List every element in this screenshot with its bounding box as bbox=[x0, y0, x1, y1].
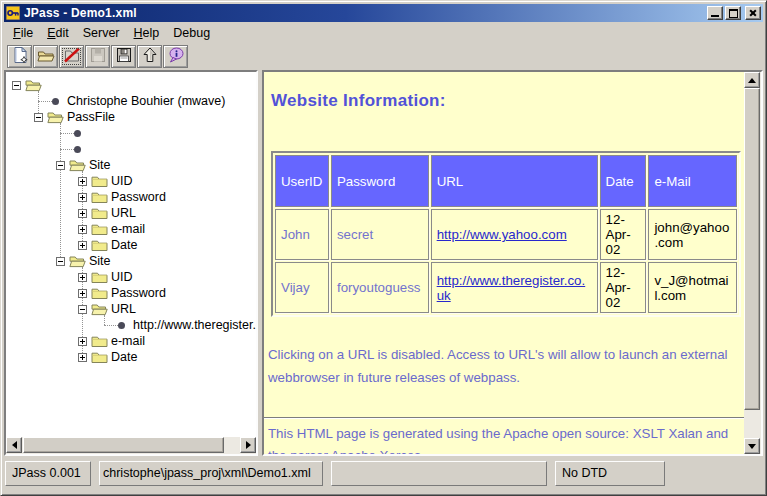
triangle-down-icon bbox=[748, 444, 756, 453]
triangle-up-icon bbox=[748, 74, 756, 83]
collapse-toggle[interactable] bbox=[12, 81, 21, 90]
tree-node-passfile[interactable]: PassFile bbox=[6, 109, 256, 125]
tree-node-label: e-mail bbox=[108, 222, 145, 236]
expand-toggle[interactable] bbox=[78, 353, 87, 362]
folder-open-icon bbox=[69, 158, 86, 172]
expand-toggle[interactable] bbox=[78, 177, 87, 186]
table-cell: foryoutoguess bbox=[331, 262, 429, 313]
bullet-icon bbox=[113, 318, 130, 332]
maximize-button[interactable] bbox=[725, 6, 741, 20]
help-button[interactable] bbox=[163, 45, 188, 68]
table-row: Johnsecrethttp://www.yahoo.com12-Apr-02j… bbox=[275, 209, 737, 260]
tree-node-e-mail[interactable]: e-mail bbox=[6, 221, 256, 237]
expand-toggle[interactable] bbox=[78, 209, 87, 218]
tree-node-label: Password bbox=[108, 190, 166, 204]
tree-node-uid[interactable]: UID bbox=[6, 173, 256, 189]
tree-node-date[interactable]: Date bbox=[6, 237, 256, 253]
divider bbox=[264, 417, 744, 419]
tree-node-0[interactable] bbox=[6, 77, 256, 93]
expand-toggle[interactable] bbox=[78, 225, 87, 234]
menu-help[interactable]: Help bbox=[127, 24, 167, 42]
tree-node-url[interactable]: URL bbox=[6, 301, 256, 317]
toolbar bbox=[4, 43, 763, 70]
minimize-button[interactable] bbox=[707, 6, 723, 20]
upload-button[interactable] bbox=[137, 45, 162, 68]
url-link[interactable]: http://www.theregister.co.uk bbox=[437, 273, 586, 303]
triangle-right-icon bbox=[246, 441, 255, 449]
tree-node-password[interactable]: Password bbox=[6, 285, 256, 301]
horizontal-scroll-thumb[interactable] bbox=[23, 437, 224, 453]
bullet-icon bbox=[47, 94, 64, 108]
status-message bbox=[331, 461, 547, 486]
html-view-content: Website Information: UserIDPasswordURLDa… bbox=[264, 72, 744, 454]
expand-toggle[interactable] bbox=[78, 337, 87, 346]
scroll-down-button[interactable] bbox=[744, 438, 760, 454]
tree-node-label: PassFile bbox=[64, 110, 115, 124]
app-window: JPass - Demo1.xml FileEditServerHelpDebu… bbox=[0, 0, 767, 496]
menu-debug[interactable]: Debug bbox=[166, 24, 217, 42]
folder-icon bbox=[91, 222, 108, 236]
html-view-panel: Website Information: UserIDPasswordURLDa… bbox=[262, 70, 763, 456]
open-file-button[interactable] bbox=[33, 45, 58, 68]
tree-node-label: URL bbox=[108, 302, 136, 316]
tree-node-site[interactable]: Site bbox=[6, 253, 256, 269]
tree-node-label: http://www.theregister.co.uk bbox=[130, 318, 256, 332]
folder-icon bbox=[91, 286, 108, 300]
expand-toggle[interactable] bbox=[78, 241, 87, 250]
table-row: Vijayforyoutoguesshttp://www.theregister… bbox=[275, 262, 737, 313]
save-as-button[interactable] bbox=[111, 45, 136, 68]
tree-node-3[interactable] bbox=[6, 125, 256, 141]
menu-server[interactable]: Server bbox=[76, 24, 127, 42]
tree-node-label: UID bbox=[108, 270, 133, 284]
tree-node-e-mail[interactable]: e-mail bbox=[6, 333, 256, 349]
titlebar[interactable]: JPass - Demo1.xml bbox=[4, 4, 763, 22]
tree-node-url[interactable]: URL bbox=[6, 205, 256, 221]
tree-node-label: Site bbox=[86, 254, 111, 268]
save-button[interactable] bbox=[85, 45, 110, 68]
tree-node-date[interactable]: Date bbox=[6, 349, 256, 365]
menubar: FileEditServerHelpDebug bbox=[4, 22, 763, 43]
tree-node-4[interactable] bbox=[6, 141, 256, 157]
tree-node-label: e-mail bbox=[108, 334, 145, 348]
tree-node-label: Christophe Bouhier (mwave) bbox=[64, 94, 225, 108]
xml-tree: Christophe Bouhier (mwave)PassFileSiteUI… bbox=[6, 72, 256, 437]
scroll-right-button[interactable] bbox=[240, 437, 256, 453]
close-file-button[interactable] bbox=[59, 45, 84, 68]
collapse-toggle[interactable] bbox=[34, 113, 43, 122]
tree-node-site[interactable]: Site bbox=[6, 157, 256, 173]
table-cell: Vijay bbox=[275, 262, 329, 313]
upload-arrow-icon bbox=[141, 46, 159, 67]
expand-toggle[interactable] bbox=[78, 273, 87, 282]
table-cell: http://www.theregister.co.uk bbox=[431, 262, 598, 313]
table-cell: john@yahoo.com bbox=[648, 209, 737, 260]
new-file-button[interactable] bbox=[7, 45, 32, 68]
collapse-toggle[interactable] bbox=[56, 257, 65, 266]
vertical-scroll-thumb[interactable] bbox=[744, 88, 760, 410]
status-file-path: christophe\jpass_proj\xml\Demo1.xml bbox=[99, 461, 323, 486]
url-link[interactable]: http://www.yahoo.com bbox=[437, 227, 567, 242]
expand-toggle[interactable] bbox=[78, 193, 87, 202]
collapse-toggle[interactable] bbox=[56, 161, 65, 170]
tree-node-password[interactable]: Password bbox=[6, 189, 256, 205]
tree-horizontal-scrollbar[interactable] bbox=[6, 437, 256, 454]
tree-node-http-www-theregister-co-uk[interactable]: http://www.theregister.co.uk bbox=[6, 317, 256, 333]
menu-edit[interactable]: Edit bbox=[40, 24, 76, 42]
folder-icon bbox=[91, 174, 108, 188]
folder-open-icon bbox=[69, 254, 86, 268]
scroll-left-button[interactable] bbox=[6, 437, 22, 453]
expand-toggle[interactable] bbox=[78, 289, 87, 298]
window-title: JPass - Demo1.xml bbox=[24, 6, 707, 20]
tree-node-uid[interactable]: UID bbox=[6, 269, 256, 285]
scroll-up-button[interactable] bbox=[744, 72, 760, 88]
tree-node-christophe-bouhier-mwave[interactable]: Christophe Bouhier (mwave) bbox=[6, 93, 256, 109]
status-version: JPass 0.001 bbox=[5, 461, 91, 486]
tree-node-label: URL bbox=[108, 206, 136, 220]
column-header-date: Date bbox=[600, 155, 647, 207]
table-cell: secret bbox=[331, 209, 429, 260]
tree-node-label: Date bbox=[108, 350, 137, 364]
vertical-scrollbar[interactable] bbox=[744, 72, 761, 454]
tree-node-label: Date bbox=[108, 238, 137, 252]
collapse-toggle[interactable] bbox=[78, 305, 87, 314]
close-button[interactable] bbox=[745, 6, 761, 20]
menu-file[interactable]: File bbox=[6, 24, 40, 42]
